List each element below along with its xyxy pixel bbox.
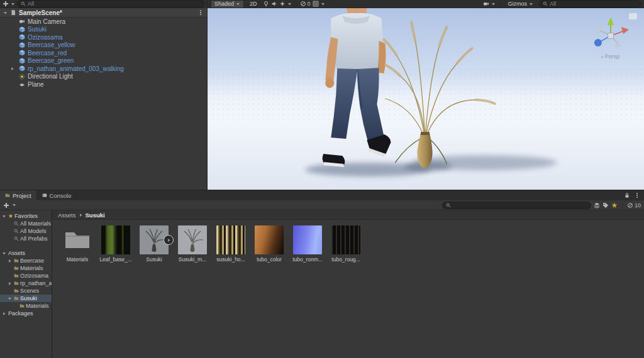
tree-item[interactable]: Ozizosama — [0, 272, 52, 279]
hierarchy-item[interactable]: rp_nathan_animated_003_walking — [0, 65, 207, 73]
scene-effects-toggle[interactable] — [279, 1, 286, 7]
hierarchy-item[interactable]: Main Camera — [0, 18, 207, 26]
create-asset-button[interactable] — [3, 202, 9, 209]
save-search-button[interactable] — [611, 202, 618, 209]
project-search[interactable] — [442, 202, 591, 209]
camera-settings-dropdown-icon[interactable] — [491, 2, 496, 6]
hierarchy-item[interactable]: Susuki — [0, 26, 207, 34]
scene-camera-settings-button[interactable] — [483, 1, 489, 7]
scene-grid-dots — [208, 68, 644, 121]
tree-item[interactable]: Assets — [0, 249, 52, 257]
asset-item[interactable]: Susuki — [137, 225, 171, 263]
tree-item[interactable]: Materials — [0, 302, 52, 310]
lock-icon[interactable] — [624, 192, 630, 198]
tab-label: Project — [13, 192, 31, 199]
scene-search[interactable] — [539, 0, 641, 8]
search-icon — [14, 229, 19, 234]
asset-item[interactable]: Materials — [60, 225, 94, 263]
hidden-packages-toggle[interactable]: 10 — [627, 202, 641, 209]
asset-thumbnail — [293, 225, 322, 254]
project-search-input[interactable] — [453, 202, 587, 209]
asset-item[interactable]: tubo_roug... — [329, 225, 363, 263]
create-object-button[interactable] — [3, 1, 9, 7]
create-object-dropdown-icon[interactable] — [11, 2, 15, 6]
asset-thumbnail — [101, 225, 130, 254]
tree-item[interactable]: Favorites — [0, 212, 52, 220]
tree-item[interactable]: All Prefabs — [0, 235, 52, 242]
tree-item[interactable]: All Models — [0, 227, 52, 235]
hierarchy-list: Main CameraSusukiOzizoasamaBeercase_yell… — [0, 18, 207, 89]
asset-item[interactable]: tubo_ronm... — [291, 225, 325, 263]
expand-icon[interactable] — [2, 312, 6, 316]
breadcrumb-root[interactable]: Assets — [58, 212, 76, 219]
hierarchy-item[interactable]: Beercase_green — [0, 57, 207, 65]
tree-item-label: Favorites — [14, 213, 38, 219]
asset-item[interactable]: Leaf_base_... — [99, 225, 133, 263]
tree-item[interactable]: Materials — [0, 264, 52, 272]
scene-view[interactable]: ◂ Persp — [208, 8, 644, 190]
expand-icon[interactable] — [8, 259, 12, 263]
scene-collapse-icon[interactable] — [3, 11, 8, 15]
toggle-2d-button[interactable]: 2D — [246, 0, 261, 8]
scene-view-corner-icon[interactable] — [629, 13, 637, 19]
scene-header-row[interactable]: SampleScene* — [0, 8, 207, 18]
hierarchy-item[interactable]: Beercase_yellow — [0, 41, 207, 50]
tree-item-label: rp_nathan_a... — [20, 280, 52, 286]
hierarchy-item[interactable]: Plane — [0, 80, 207, 89]
asset-label: Materials — [67, 256, 88, 263]
search-by-label-button[interactable] — [602, 202, 609, 209]
divider — [499, 1, 500, 7]
gizmos-dropdown[interactable]: Gizmos — [504, 0, 537, 8]
chevron-down-icon — [236, 2, 240, 6]
shading-mode-dropdown[interactable]: Shaded — [211, 0, 244, 8]
breadcrumb-current[interactable]: Susuki — [86, 212, 105, 219]
tabbar-actions — [620, 190, 644, 200]
panel-menu-icon[interactable] — [634, 192, 640, 198]
hierarchy-item[interactable]: Directional Light — [0, 73, 207, 81]
expand-icon[interactable] — [2, 251, 6, 256]
scene-render[interactable] — [208, 8, 644, 190]
eye-off-icon — [300, 1, 306, 7]
prefab-open-badge[interactable] — [164, 235, 174, 245]
tree-item-label: All Prefabs — [20, 236, 48, 242]
projection-mode-label[interactable]: ◂ Persp — [582, 53, 638, 60]
asset-label: Susuki — [146, 256, 162, 263]
tree-item[interactable]: Susuki — [0, 295, 52, 302]
grid-dropdown-icon[interactable] — [321, 2, 325, 6]
hierarchy-panel: SampleScene* Main CameraSusukiOzizoasama… — [0, 8, 208, 190]
tab-console[interactable]: Console — [37, 190, 77, 200]
hierarchy-search-input[interactable] — [28, 1, 201, 7]
asset-item[interactable]: susuki_ho... — [214, 225, 248, 263]
camera-icon — [19, 18, 25, 24]
expand-icon[interactable] — [10, 67, 14, 71]
scene-audio-toggle[interactable] — [271, 1, 277, 7]
hierarchy-item[interactable]: Beercase_red — [0, 49, 207, 57]
hierarchy-search[interactable] — [17, 0, 204, 8]
hierarchy-item[interactable]: Ozizoasama — [0, 33, 207, 41]
asset-label: susuki_ho... — [216, 256, 245, 263]
hidden-objects-toggle[interactable]: 0 — [300, 1, 311, 7]
toggle-2d-label: 2D — [250, 1, 257, 7]
expand-icon[interactable] — [8, 296, 12, 301]
hierarchy-item-label: rp_nathan_animated_003_walking — [28, 65, 124, 72]
scene-lighting-toggle[interactable] — [263, 1, 269, 7]
expand-icon[interactable] — [8, 281, 12, 286]
search-by-type-button[interactable] — [594, 202, 600, 209]
tree-item[interactable]: Scenes — [0, 287, 52, 295]
asset-item[interactable]: Susuki_m... — [175, 225, 209, 263]
tree-item[interactable]: Packages — [0, 310, 52, 317]
tree-item[interactable]: Beercase — [0, 257, 52, 264]
scene-search-input[interactable] — [550, 1, 637, 7]
expand-icon[interactable] — [2, 214, 6, 219]
search-icon — [21, 1, 26, 6]
scene-options-icon[interactable] — [197, 9, 204, 16]
tab-project[interactable]: Project — [0, 190, 37, 200]
tree-item[interactable]: All Materials — [0, 220, 52, 227]
tree-item[interactable]: rp_nathan_a... — [0, 279, 52, 287]
grid-visibility-toggle[interactable] — [313, 1, 319, 7]
cube-icon — [19, 50, 25, 56]
create-asset-dropdown-icon[interactable] — [12, 203, 16, 207]
asset-item[interactable]: tubo_color — [252, 225, 286, 263]
search-icon — [14, 221, 19, 226]
effects-dropdown-icon[interactable] — [287, 2, 292, 6]
